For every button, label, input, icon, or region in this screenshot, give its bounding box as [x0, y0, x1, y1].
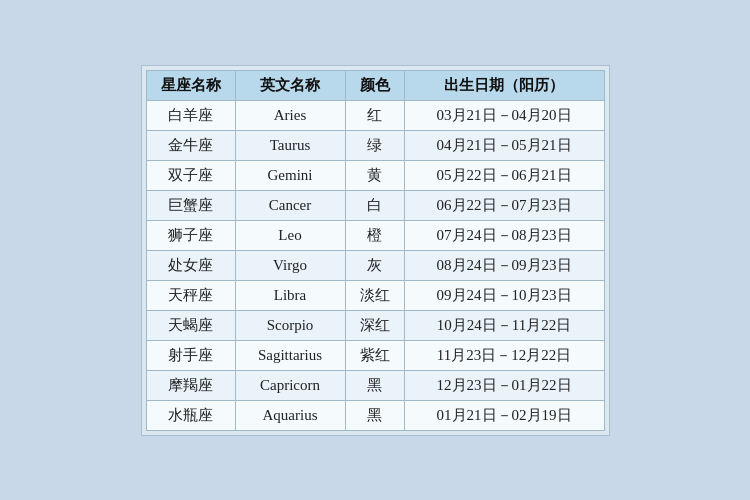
table-row: 金牛座Taurus绿04月21日－05月21日 [146, 130, 604, 160]
cell-en: Scorpio [235, 310, 345, 340]
cell-color: 灰 [345, 250, 404, 280]
zodiac-table-container: 星座名称 英文名称 颜色 出生日期（阳历） 白羊座Aries红03月21日－04… [141, 65, 610, 436]
cell-zh: 狮子座 [146, 220, 235, 250]
table-header-row: 星座名称 英文名称 颜色 出生日期（阳历） [146, 70, 604, 100]
cell-en: Libra [235, 280, 345, 310]
cell-color: 绿 [345, 130, 404, 160]
cell-en: Taurus [235, 130, 345, 160]
table-row: 处女座Virgo灰08月24日－09月23日 [146, 250, 604, 280]
cell-date: 12月23日－01月22日 [404, 370, 604, 400]
header-date: 出生日期（阳历） [404, 70, 604, 100]
table-row: 双子座Gemini黄05月22日－06月21日 [146, 160, 604, 190]
zodiac-table: 星座名称 英文名称 颜色 出生日期（阳历） 白羊座Aries红03月21日－04… [146, 70, 605, 431]
cell-en: Aries [235, 100, 345, 130]
table-row: 狮子座Leo橙07月24日－08月23日 [146, 220, 604, 250]
cell-color: 橙 [345, 220, 404, 250]
table-row: 白羊座Aries红03月21日－04月20日 [146, 100, 604, 130]
header-zh: 星座名称 [146, 70, 235, 100]
cell-zh: 双子座 [146, 160, 235, 190]
table-row: 射手座Sagittarius紫红11月23日－12月22日 [146, 340, 604, 370]
cell-date: 05月22日－06月21日 [404, 160, 604, 190]
cell-zh: 巨蟹座 [146, 190, 235, 220]
cell-en: Aquarius [235, 400, 345, 430]
table-row: 巨蟹座Cancer白06月22日－07月23日 [146, 190, 604, 220]
table-row: 摩羯座Capricorn黑12月23日－01月22日 [146, 370, 604, 400]
cell-date: 11月23日－12月22日 [404, 340, 604, 370]
table-row: 天秤座Libra淡红09月24日－10月23日 [146, 280, 604, 310]
cell-color: 白 [345, 190, 404, 220]
cell-date: 06月22日－07月23日 [404, 190, 604, 220]
cell-zh: 天蝎座 [146, 310, 235, 340]
table-row: 天蝎座Scorpio深红10月24日－11月22日 [146, 310, 604, 340]
header-en: 英文名称 [235, 70, 345, 100]
cell-color: 红 [345, 100, 404, 130]
cell-en: Gemini [235, 160, 345, 190]
cell-color: 淡红 [345, 280, 404, 310]
cell-en: Leo [235, 220, 345, 250]
cell-color: 紫红 [345, 340, 404, 370]
cell-color: 黑 [345, 400, 404, 430]
header-color: 颜色 [345, 70, 404, 100]
cell-zh: 摩羯座 [146, 370, 235, 400]
cell-date: 03月21日－04月20日 [404, 100, 604, 130]
cell-zh: 白羊座 [146, 100, 235, 130]
cell-date: 09月24日－10月23日 [404, 280, 604, 310]
cell-date: 10月24日－11月22日 [404, 310, 604, 340]
cell-color: 黄 [345, 160, 404, 190]
cell-color: 黑 [345, 370, 404, 400]
cell-zh: 金牛座 [146, 130, 235, 160]
cell-en: Cancer [235, 190, 345, 220]
cell-zh: 射手座 [146, 340, 235, 370]
table-body: 白羊座Aries红03月21日－04月20日金牛座Taurus绿04月21日－0… [146, 100, 604, 430]
table-row: 水瓶座Aquarius黑01月21日－02月19日 [146, 400, 604, 430]
cell-zh: 处女座 [146, 250, 235, 280]
cell-zh: 天秤座 [146, 280, 235, 310]
cell-date: 04月21日－05月21日 [404, 130, 604, 160]
cell-date: 08月24日－09月23日 [404, 250, 604, 280]
cell-en: Capricorn [235, 370, 345, 400]
cell-date: 01月21日－02月19日 [404, 400, 604, 430]
cell-en: Sagittarius [235, 340, 345, 370]
cell-color: 深红 [345, 310, 404, 340]
cell-en: Virgo [235, 250, 345, 280]
cell-date: 07月24日－08月23日 [404, 220, 604, 250]
cell-zh: 水瓶座 [146, 400, 235, 430]
